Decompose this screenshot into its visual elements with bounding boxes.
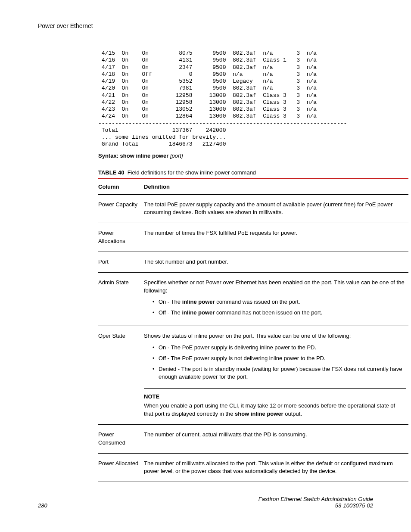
row-column-name: Admin State <box>98 272 144 326</box>
row-definition: The slot number and port number. <box>144 252 408 272</box>
bullet-item: On - The inline power command was issued… <box>153 298 406 306</box>
syntax-line: Syntax: show inline power [port] <box>38 152 373 159</box>
cli-output: 4/15 On On 8075 9500 802.3af n/a 3 n/a 4… <box>38 50 373 148</box>
row-definition: Shows the status of inline power on the … <box>144 326 408 425</box>
row-definition: Specifies whether or not Power over Ethe… <box>144 272 408 326</box>
doc-title: FastIron Ethernet Switch Administration … <box>258 496 373 502</box>
table-row: Power AllocationsThe number of times the… <box>98 223 408 252</box>
table-title: Field definitions for the show inline po… <box>128 169 256 176</box>
row-column-name: Port <box>98 252 144 272</box>
th-definition: Definition <box>144 179 408 195</box>
table-caption: TABLE 40 Field definitions for the show … <box>38 169 373 176</box>
table-row: Power ConsumedThe number of current, act… <box>98 424 408 453</box>
row-column-name: Power Allocations <box>98 223 144 252</box>
page-footer: 280 FastIron Ethernet Switch Administrat… <box>38 496 373 509</box>
definition-table: Column Definition Power CapacityThe tota… <box>98 178 408 482</box>
doc-number: 53-1003075-02 <box>258 502 373 509</box>
th-column: Column <box>98 179 144 195</box>
table-row: PortThe slot number and port number. <box>98 252 408 272</box>
note-block: NOTEWhen you enable a port using the CLI… <box>144 388 406 418</box>
bullet-item: Denied - The port is in standby mode (wa… <box>153 365 406 382</box>
syntax-prefix: Syntax: show inline power <box>98 152 168 159</box>
row-definition: The number of current, actual milliwatts… <box>144 424 408 453</box>
row-column-name: Power Allocated <box>98 453 144 482</box>
bullet-item: Off - The PoE power supply is not delive… <box>153 355 406 363</box>
page-header: Power over Ethernet <box>38 22 373 29</box>
table-row: Power AllocatedThe number of milliwatts … <box>98 453 408 482</box>
bullet-item: Off - The inline power command has not b… <box>153 309 406 317</box>
row-definition: The total PoE power supply capacity and … <box>144 194 408 223</box>
syntax-arg: [port] <box>170 152 183 159</box>
row-column-name: Power Consumed <box>98 424 144 453</box>
table-row: Power CapacityThe total PoE power supply… <box>98 194 408 223</box>
row-column-name: Oper State <box>98 326 144 425</box>
table-number: TABLE 40 <box>98 169 124 176</box>
table-row: Oper StateShows the status of inline pow… <box>98 326 408 425</box>
page-number: 280 <box>38 502 47 509</box>
table-row: Admin StateSpecifies whether or not Powe… <box>98 272 408 326</box>
row-definition: The number of milliwatts allocated to th… <box>144 453 408 482</box>
bullet-item: On - The PoE power supply is delivering … <box>153 344 406 352</box>
row-definition: The number of times the FSX fulfilled Po… <box>144 223 408 252</box>
row-column-name: Power Capacity <box>98 194 144 223</box>
